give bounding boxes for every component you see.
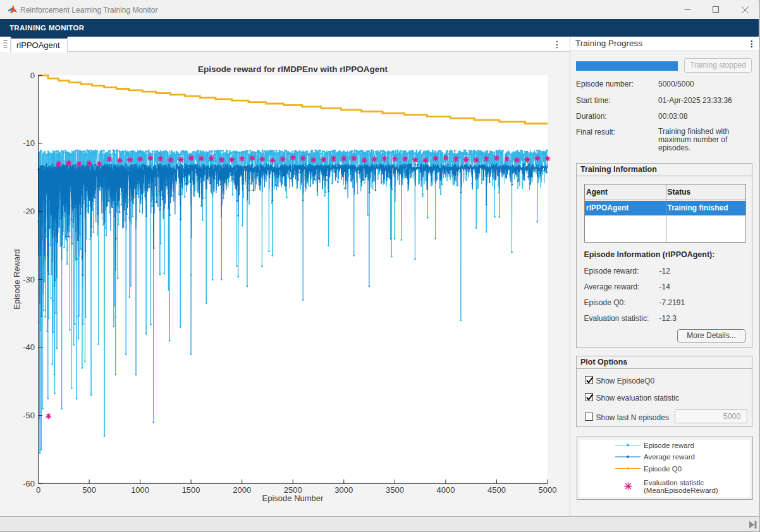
svg-text:0: 0 (36, 485, 40, 495)
svg-text:Episode Number: Episode Number (262, 493, 324, 503)
svg-text:2000: 2000 (233, 485, 251, 495)
svg-text:Episode reward: Episode reward (644, 442, 694, 449)
svg-text:-50: -50 (23, 411, 35, 420)
svg-text:4000: 4000 (436, 485, 455, 495)
svg-text:(MeanEpisodeReward): (MeanEpisodeReward) (644, 487, 718, 494)
svg-text:Episode Q0: Episode Q0 (644, 465, 682, 473)
svg-text:1500: 1500 (182, 485, 200, 495)
svg-text:500: 500 (82, 485, 96, 495)
svg-text:5000: 5000 (539, 485, 557, 495)
svg-text:Average reward: Average reward (644, 453, 695, 461)
svg-text:Episode Reward: Episode Reward (12, 249, 21, 309)
svg-text:4500: 4500 (487, 485, 506, 495)
svg-text:-60: -60 (23, 479, 35, 488)
svg-text:-20: -20 (23, 207, 35, 216)
svg-text:-30: -30 (23, 275, 35, 284)
svg-text:Evaluation statistic: Evaluation statistic (644, 479, 704, 487)
svg-text:0: 0 (30, 71, 35, 80)
svg-text:1000: 1000 (131, 485, 149, 495)
svg-text:-10: -10 (23, 138, 35, 148)
svg-text:3500: 3500 (386, 485, 404, 495)
svg-text:3000: 3000 (334, 485, 353, 495)
svg-text:Episode reward for rlMDPEnv wi: Episode reward for rlMDPEnv with rlPPOAg… (198, 64, 388, 74)
svg-text:-40: -40 (23, 342, 35, 352)
